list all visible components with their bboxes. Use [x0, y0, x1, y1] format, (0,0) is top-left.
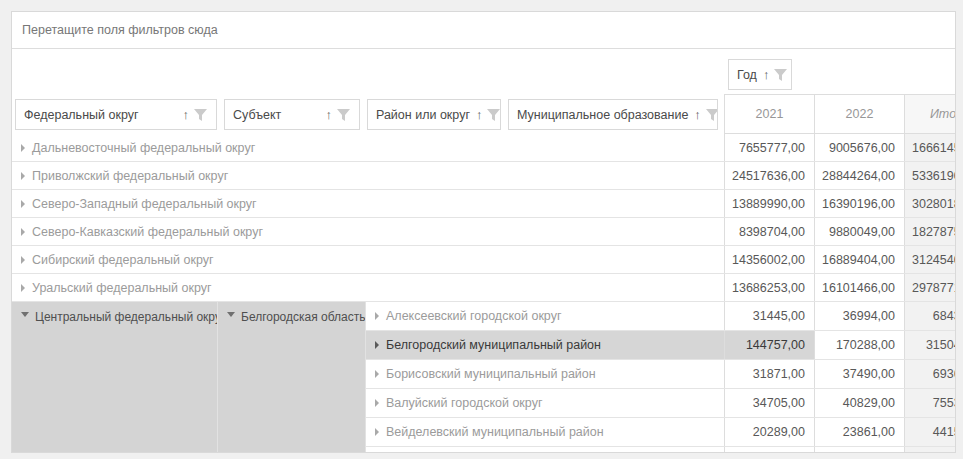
filter-fields-dropzone[interactable]: Перетащите поля фильтров сюда [12, 12, 955, 49]
expand-expanded-icon[interactable] [21, 312, 29, 317]
value-cell[interactable]: 36994,00 [814, 302, 904, 330]
value-cell[interactable]: 40829,00 [814, 389, 904, 417]
table-row: Дальневосточный федеральный округ 765577… [12, 134, 956, 162]
column-header-2021[interactable]: 2021 [725, 95, 815, 133]
value-cell[interactable]: 31871,00 [724, 360, 814, 388]
expand-collapsed-icon[interactable] [375, 399, 379, 407]
sort-asc-icon[interactable]: ↑ [476, 108, 483, 121]
row-header-ural-district[interactable]: Уральский федеральный округ [12, 274, 724, 301]
row-header-volga-district[interactable]: Приволжский федеральный округ [12, 162, 724, 189]
value-cell[interactable]: 170288,00 [814, 331, 904, 359]
column-header-grand-total[interactable]: Итого [905, 95, 956, 133]
column-header-2022[interactable]: 2022 [815, 95, 905, 133]
row-field-chips: Федеральный округ ↑ Субъект ↑ Район или … [15, 99, 718, 130]
row-header-north-caucasian-district[interactable]: Северо-Кавказский федеральный округ [12, 218, 724, 245]
total-cell[interactable]: 68439,00 [904, 302, 956, 330]
expand-collapsed-icon[interactable] [375, 312, 379, 320]
row-header-siberian-district[interactable]: Сибирский федеральный округ [12, 246, 724, 273]
value-cell[interactable]: 9005676,00 [814, 134, 904, 161]
field-chip-label: Район или округ [376, 108, 470, 122]
total-cell[interactable]: 44150,00 [904, 418, 956, 446]
value-cell[interactable]: 34705,00 [724, 389, 814, 417]
value-cell[interactable]: 23861,00 [814, 418, 904, 446]
value-cell[interactable]: 43166,00 [814, 447, 904, 453]
table-row: Алексеевский городской округ 31445,00 36… [366, 302, 956, 331]
field-chip-year[interactable]: Год ↑ [728, 59, 792, 90]
value-cell[interactable]: 7655777,00 [724, 134, 814, 161]
column-headers: 2021 2022 Итого [724, 94, 956, 134]
total-cell[interactable]: 31245406,00 [904, 246, 956, 273]
expand-collapsed-icon[interactable] [21, 144, 25, 152]
filter-icon[interactable] [486, 108, 501, 122]
filter-icon[interactable] [773, 68, 788, 82]
filter-icon[interactable] [193, 108, 208, 122]
value-cell[interactable]: 13686253,00 [724, 274, 814, 301]
total-cell[interactable]: 75534,00 [904, 389, 956, 417]
expand-collapsed-icon[interactable] [21, 172, 25, 180]
row-header-valuysky[interactable]: Валуйский городской округ [366, 389, 724, 417]
field-chip-federal-district[interactable]: Федеральный округ ↑ [15, 99, 217, 130]
field-chip-label: Муниципальное образование [517, 108, 688, 122]
value-cell[interactable]: 9880049,00 [814, 218, 904, 245]
expand-collapsed-icon[interactable] [21, 256, 25, 264]
value-cell-selected[interactable]: 144757,00 [724, 331, 814, 359]
expand-collapsed-icon[interactable] [21, 228, 25, 236]
table-row: Вейделевский муниципальный район 20289,0… [366, 418, 956, 447]
row-header-central-district-expanded[interactable]: Центральный федеральный округ [12, 302, 218, 453]
expand-expanded-icon[interactable] [227, 312, 235, 317]
table-row: Сибирский федеральный округ 14356002,00 … [12, 246, 956, 274]
pivot-grid: Перетащите поля фильтров сюда Год ↑ 2021… [11, 11, 956, 453]
sort-asc-icon[interactable]: ↑ [763, 68, 770, 81]
district-rows: Алексеевский городской округ 31445,00 36… [366, 302, 956, 453]
row-header-north-western-district[interactable]: Северо-Западный федеральный округ [12, 190, 724, 217]
sort-asc-icon[interactable]: ↑ [694, 108, 701, 121]
expand-collapsed-icon[interactable] [375, 428, 379, 436]
expand-collapsed-icon[interactable] [21, 284, 25, 292]
row-header-belgorodsky-selected[interactable]: Белгородский муниципальный район [366, 331, 724, 359]
expand-collapsed-icon[interactable] [375, 370, 379, 378]
sort-asc-icon[interactable]: ↑ [326, 108, 333, 121]
field-chip-municipality[interactable]: Муниципальное образование ↑ [508, 99, 718, 130]
table-row: Приволжский федеральный округ 24517636,0… [12, 162, 956, 190]
sort-asc-icon[interactable]: ↑ [183, 108, 190, 121]
row-header-volokonovsky[interactable]: Волоконовский муниципальный район [366, 447, 724, 453]
data-rows-area: Дальневосточный федеральный округ 765577… [12, 134, 956, 453]
value-cell[interactable]: 14356002,00 [724, 246, 814, 273]
value-cell[interactable]: 20289,00 [724, 418, 814, 446]
value-cell[interactable]: 16390196,00 [814, 190, 904, 217]
row-header-veydelevsky[interactable]: Вейделевский муниципальный район [366, 418, 724, 446]
value-cell[interactable]: 31445,00 [724, 302, 814, 330]
filter-icon[interactable] [336, 108, 351, 122]
value-cell[interactable]: 37490,00 [814, 360, 904, 388]
value-cell[interactable]: 24517636,00 [724, 162, 814, 189]
filter-icon[interactable] [705, 108, 718, 122]
row-header-belgorod-region-expanded[interactable]: Белгородская область [218, 302, 366, 453]
value-cell[interactable]: 13889990,00 [724, 190, 814, 217]
row-header-alekseevsky[interactable]: Алексеевский городской округ [366, 302, 724, 330]
table-row: Борисовский муниципальный район 31871,00… [366, 360, 956, 389]
total-cell[interactable]: 79863,00 [904, 447, 956, 453]
expand-collapsed-icon[interactable] [375, 341, 379, 349]
field-chip-year-label: Год [737, 68, 757, 82]
value-cell[interactable]: 36697,00 [724, 447, 814, 453]
total-cell[interactable]: 315045,00 [904, 331, 956, 359]
table-row: Северо-Кавказский федеральный округ 8398… [12, 218, 956, 246]
total-cell[interactable]: 30280186,00 [904, 190, 956, 217]
field-chip-label: Федеральный округ [24, 108, 139, 122]
total-cell[interactable]: 29787719,00 [904, 274, 956, 301]
total-cell[interactable]: 53361900,00 [904, 162, 956, 189]
total-cell[interactable]: 18278753,00 [904, 218, 956, 245]
row-header-far-eastern-district[interactable]: Дальневосточный федеральный округ [12, 134, 724, 161]
row-header-borisovsky[interactable]: Борисовский муниципальный район [366, 360, 724, 388]
table-row: Северо-Западный федеральный округ 138899… [12, 190, 956, 218]
total-cell[interactable]: 16661453,00 [904, 134, 956, 161]
expand-collapsed-icon[interactable] [21, 200, 25, 208]
value-cell[interactable]: 16889404,00 [814, 246, 904, 273]
field-chip-subject[interactable]: Субъект ↑ [224, 99, 360, 130]
field-chip-district-or-okrug[interactable]: Район или округ ↑ [367, 99, 501, 130]
value-cell[interactable]: 16101466,00 [814, 274, 904, 301]
value-cell[interactable]: 8398704,00 [724, 218, 814, 245]
value-cell[interactable]: 28844264,00 [814, 162, 904, 189]
total-cell[interactable]: 69361,00 [904, 360, 956, 388]
table-row-highlighted: Белгородский муниципальный район 144757,… [366, 331, 956, 360]
